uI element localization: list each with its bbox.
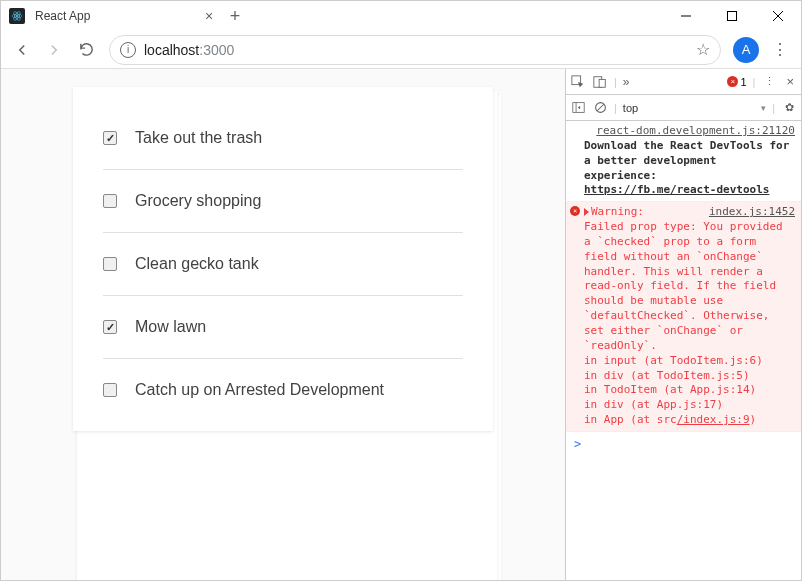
stack-line: in TodoItem (at App.js:14) — [584, 383, 795, 398]
bookmark-star-icon[interactable]: ☆ — [696, 40, 710, 59]
todo-label: Grocery shopping — [135, 192, 261, 210]
url-text: localhost:3000 — [144, 42, 234, 58]
warning-body: Failed prop type: You provided a `checke… — [584, 220, 795, 354]
minimize-button[interactable] — [663, 1, 709, 31]
console-toolbar: | top ▾ | ✿ — [566, 95, 801, 121]
todo-label: Mow lawn — [135, 318, 206, 336]
todo-label: Take out the trash — [135, 129, 262, 147]
expand-triangle-icon[interactable] — [584, 208, 589, 216]
device-toggle-icon[interactable] — [592, 74, 608, 90]
error-icon: × — [570, 206, 580, 216]
todo-checkbox[interactable] — [103, 320, 117, 334]
console-prompt[interactable]: > — [566, 432, 801, 456]
reload-button[interactable] — [71, 35, 101, 65]
todo-checkbox[interactable] — [103, 383, 117, 397]
close-tab-icon[interactable]: × — [201, 8, 217, 24]
svg-rect-5 — [728, 12, 737, 21]
svg-point-0 — [16, 15, 18, 17]
stack-line: in input (at TodoItem.js:6) — [584, 354, 795, 369]
todo-item: Catch up on Arrested Development — [103, 359, 463, 421]
source-link[interactable]: react-dom.development.js:21120 — [584, 124, 795, 139]
console-settings-icon[interactable]: ✿ — [781, 100, 797, 116]
tab-title: React App — [33, 9, 201, 23]
todo-checkbox[interactable] — [103, 194, 117, 208]
page-viewport: Take out the trashGrocery shoppingClean … — [1, 69, 565, 580]
forward-button[interactable] — [39, 35, 69, 65]
warning-source-link[interactable]: index.js:1452 — [709, 205, 795, 220]
devtools-link[interactable]: https://fb.me/react-devtools — [584, 183, 769, 196]
window-titlebar: React App × + — [1, 1, 801, 31]
profile-avatar[interactable]: A — [733, 37, 759, 63]
console-output[interactable]: react-dom.development.js:21120 Download … — [566, 121, 801, 580]
console-log-info: react-dom.development.js:21120 Download … — [566, 121, 801, 202]
svg-line-14 — [597, 104, 604, 111]
console-warning: × index.js:1452 Warning: Failed prop typ… — [566, 202, 801, 432]
devtools-close-icon[interactable]: × — [783, 74, 797, 89]
inspect-element-icon[interactable] — [570, 74, 586, 90]
maximize-button[interactable] — [709, 1, 755, 31]
execution-context[interactable]: top — [623, 102, 755, 114]
devtools-menu-icon[interactable]: ⋮ — [761, 74, 777, 90]
todo-item: Clean gecko tank — [103, 233, 463, 296]
todo-item: Mow lawn — [103, 296, 463, 359]
context-chevron-icon[interactable]: ▾ — [761, 103, 766, 113]
todo-item: Grocery shopping — [103, 170, 463, 233]
error-circle-icon: × — [727, 76, 738, 87]
todo-label: Catch up on Arrested Development — [135, 381, 384, 399]
stack-line: in div (at App.js:17) — [584, 398, 795, 413]
new-tab-button[interactable]: + — [221, 2, 249, 30]
devtools-tabbar: | » × 1 | ⋮ × — [566, 69, 801, 95]
more-tabs-icon[interactable]: » — [623, 75, 630, 89]
devtools-panel: | » × 1 | ⋮ × | top ▾ | ✿ react-dom.deve… — [565, 69, 801, 580]
stack-line: in div (at TodoItem.js:5) — [584, 369, 795, 384]
content-area: Take out the trashGrocery shoppingClean … — [1, 69, 801, 580]
address-bar[interactable]: i localhost:3000 ☆ — [109, 35, 721, 65]
site-info-icon[interactable]: i — [120, 42, 136, 58]
console-sidebar-icon[interactable] — [570, 100, 586, 116]
todo-checkbox[interactable] — [103, 257, 117, 271]
browser-tab[interactable]: React App × — [1, 1, 221, 31]
close-window-button[interactable] — [755, 1, 801, 31]
react-favicon — [9, 8, 25, 24]
clear-console-icon[interactable] — [592, 100, 608, 116]
todo-label: Clean gecko tank — [135, 255, 259, 273]
todo-card: Take out the trashGrocery shoppingClean … — [73, 87, 493, 431]
window-controls — [663, 1, 801, 31]
error-badge[interactable]: × 1 — [727, 76, 746, 88]
back-button[interactable] — [7, 35, 37, 65]
todo-item: Take out the trash — [103, 107, 463, 170]
browser-menu-icon[interactable]: ⋮ — [765, 35, 795, 65]
svg-rect-10 — [599, 79, 605, 87]
todo-card-stack: Take out the trashGrocery shoppingClean … — [73, 87, 493, 580]
browser-toolbar: i localhost:3000 ☆ A ⋮ — [1, 31, 801, 69]
stack-line: in App (at src/index.js:9) — [584, 413, 795, 428]
error-count: 1 — [740, 76, 746, 88]
todo-checkbox[interactable] — [103, 131, 117, 145]
